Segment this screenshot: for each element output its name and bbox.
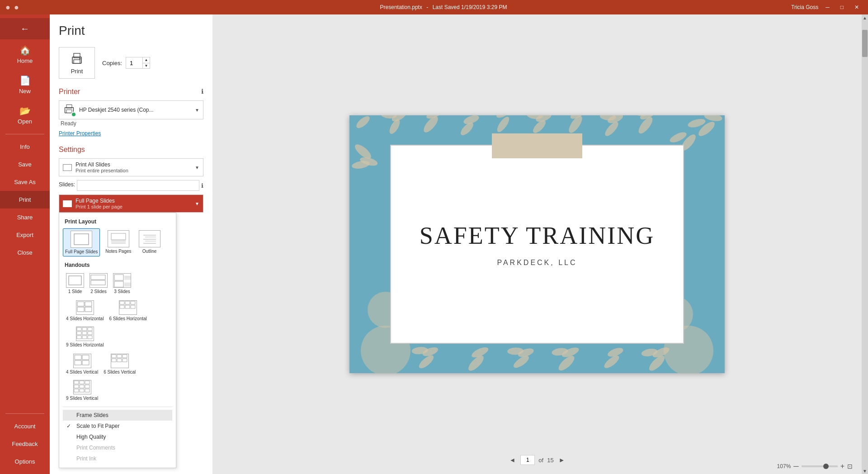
print-range-arrow: ▼ <box>195 165 199 170</box>
printer-selector[interactable]: HP Deskjet 2540 series (Cop... ▼ <box>59 100 203 119</box>
sidebar-divider-top <box>5 134 44 134</box>
layout-option-notes[interactable]: Notes Pages <box>104 228 133 256</box>
handout-9h-label: 9 Slides Horizontal <box>66 342 104 347</box>
sidebar-item-open[interactable]: 📂 Open <box>0 100 50 130</box>
sidebar-label-print: Print <box>19 196 31 203</box>
copies-down-button[interactable]: ▼ <box>143 63 150 69</box>
handout-4v-icon <box>73 354 91 368</box>
slides-label: Slides: <box>59 181 75 188</box>
handouts-title: Handouts <box>63 260 172 270</box>
sidebar-item-share[interactable]: Share <box>0 209 50 226</box>
sidebar-item-export[interactable]: Export <box>0 226 50 244</box>
layout-option-full-page[interactable]: Full Page Slides <box>63 228 100 256</box>
svg-rect-31 <box>85 307 92 312</box>
print-panel: Print Print Copies: ▲ ▼ <box>50 14 212 474</box>
zoom-out-button[interactable]: ─ <box>793 462 798 470</box>
outline-label: Outline <box>142 249 157 254</box>
handout-4h[interactable]: 4 Slides Horizontal <box>65 299 105 322</box>
svg-rect-45 <box>82 336 87 339</box>
titlebar-close[interactable]: ✕ <box>851 4 863 10</box>
sidebar-item-options[interactable]: Options <box>0 453 50 470</box>
print-range-selector[interactable]: Print All Slides Print entire presentati… <box>59 158 203 176</box>
handout-4v[interactable]: 4 Slides Vertical <box>65 352 99 376</box>
zoom-thumb <box>823 464 829 469</box>
preview-nav: ◄ of 15 ► <box>212 455 862 465</box>
handout-9h[interactable]: 9 Slides Horizontal <box>65 325 105 349</box>
right-scrollbar[interactable]: ▲ ▼ <box>862 14 868 474</box>
sidebar-item-print[interactable]: Print <box>0 191 50 209</box>
layout-option-outline[interactable]: Outline <box>137 228 162 256</box>
handout-6h-icon <box>119 300 137 315</box>
scrollbar-thumb[interactable] <box>862 30 868 57</box>
svg-point-3 <box>80 58 81 59</box>
sidebar-item-feedback[interactable]: Feedback <box>0 435 50 453</box>
slides-input[interactable] <box>77 180 199 191</box>
handout-6h[interactable]: 6 Slides Horizontal <box>108 299 148 322</box>
svg-rect-58 <box>80 381 84 384</box>
layout-selector[interactable]: Full Page Slides Print 1 slide per page … <box>59 194 203 213</box>
handout-2-label: 2 Slides <box>90 289 107 294</box>
svg-rect-52 <box>117 355 122 358</box>
print-button[interactable]: Print <box>59 47 95 79</box>
sidebar-back-button[interactable]: ← <box>0 18 50 39</box>
titlebar-minimize[interactable]: ─ <box>822 4 833 10</box>
total-pages: 15 <box>547 457 553 464</box>
svg-rect-19 <box>91 280 105 285</box>
printer-properties-link[interactable]: Printer Properties <box>59 130 203 137</box>
titlebar: ● ● Presentation.pptx - Last Saved 1/19/… <box>0 0 868 14</box>
svg-rect-43 <box>88 332 92 335</box>
svg-rect-29 <box>85 302 92 306</box>
handout-2-slides[interactable]: 2 Slides <box>88 272 109 295</box>
svg-rect-30 <box>77 307 84 312</box>
frame-slides-label: Frame Slides <box>76 412 108 418</box>
prev-slide-button[interactable]: ◄ <box>508 455 517 465</box>
print-range-icon <box>63 164 72 171</box>
scale-check: ✓ <box>66 423 73 429</box>
slide-company: PARKDECK, LLC <box>497 259 577 267</box>
svg-point-77 <box>495 115 511 134</box>
copies-input[interactable] <box>128 60 143 66</box>
scroll-down-button[interactable]: ▼ <box>862 468 868 474</box>
outline-icon <box>139 230 160 247</box>
printer-status-dot <box>71 112 76 117</box>
slide-main-title: SAFETY TRAINING <box>420 222 655 250</box>
scale-to-fit-label: Scale to Fit Paper <box>76 423 119 429</box>
frame-slides-option[interactable]: Frame Slides <box>63 410 172 421</box>
scroll-up-button[interactable]: ▲ <box>862 14 868 21</box>
sidebar-item-account[interactable]: Account <box>0 417 50 435</box>
handout-3-slides[interactable]: 3 Slides <box>112 272 132 295</box>
sidebar-item-close[interactable]: Close <box>0 244 50 261</box>
printer-info-icon[interactable]: ℹ <box>201 88 203 95</box>
page-number-input[interactable] <box>520 455 535 465</box>
svg-rect-36 <box>125 305 130 308</box>
handout-1-slide[interactable]: 1 Slide <box>65 272 85 295</box>
sidebar: ← 🏠 Home 📄 New 📂 Open Info <box>0 14 50 474</box>
sidebar-item-new[interactable]: 📄 New <box>0 70 50 100</box>
svg-rect-53 <box>123 355 127 358</box>
zoom-in-button[interactable]: + <box>840 462 844 470</box>
handout-1-slide-icon <box>66 273 84 288</box>
high-quality-option[interactable]: High Quality <box>63 431 172 442</box>
svg-rect-39 <box>82 327 87 331</box>
sidebar-item-home[interactable]: 🏠 Home <box>0 39 50 70</box>
handout-6v[interactable]: 6 Slides Vertical <box>102 352 137 376</box>
titlebar-maximize[interactable]: □ <box>837 4 847 10</box>
page-of-label: of <box>538 457 543 464</box>
sidebar-item-save[interactable]: Save <box>0 156 50 173</box>
svg-rect-28 <box>77 302 84 306</box>
handout-9h-icon <box>76 327 94 341</box>
layout-icon <box>63 200 72 207</box>
handout-9v-icon <box>73 380 91 394</box>
slides-info-icon[interactable]: ℹ <box>201 182 203 189</box>
sidebar-item-save-as[interactable]: Save As <box>0 173 50 191</box>
open-icon: 📂 <box>19 105 31 116</box>
handout-9v[interactable]: 9 Slides Vertical <box>65 379 99 402</box>
print-ink-option: Print Ink <box>63 453 172 464</box>
next-slide-button[interactable]: ► <box>557 455 566 465</box>
scale-to-fit-option[interactable]: ✓ Scale to Fit Paper <box>63 421 172 431</box>
fit-page-button[interactable]: ⊡ <box>847 463 853 470</box>
copies-up-button[interactable]: ▲ <box>143 57 150 63</box>
zoom-slider[interactable] <box>802 465 838 467</box>
sidebar-item-info[interactable]: Info <box>0 138 50 156</box>
sidebar-label-save-as: Save As <box>14 179 36 185</box>
